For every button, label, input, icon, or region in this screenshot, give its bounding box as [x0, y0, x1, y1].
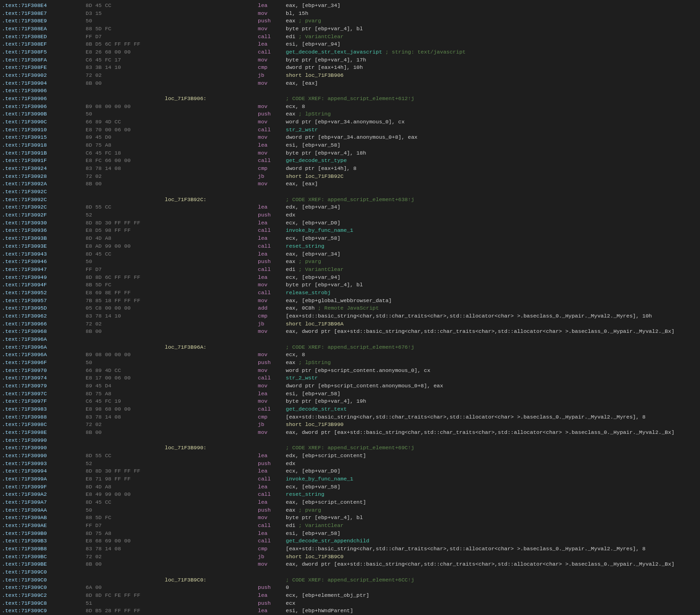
code-line[interactable]: .text:71F3097FC6 45 FC 19movbyte ptr [eb… — [0, 398, 700, 405]
code-line[interactable]: .text:71F3095D05 C8 00 00 00addeax, 0C8h… — [0, 304, 700, 312]
code-line[interactable]: .text:71F3092483 78 14 08cmpdword ptr [e… — [0, 165, 700, 173]
code-line[interactable]: .text:71F309C98D B5 28 FF FF FFleaesi, [… — [0, 607, 700, 615]
code-line[interactable]: .text:71F308F5E8 26 68 00 00callget_deco… — [0, 48, 700, 56]
code-line[interactable]: .text:71F3092872 02jbshort loc_71F3B92C — [0, 173, 700, 181]
operands: get_decode_str_appendchild — [286, 537, 698, 545]
code-line[interactable]: .text:71F30983E8 98 68 00 00callget_deco… — [0, 405, 700, 413]
code-line[interactable]: .text:71F3096Aloc_71F3B96A: ; CODE XREF:… — [0, 344, 700, 351]
label — [165, 235, 258, 243]
code-line[interactable]: .text:71F309C0 — [0, 568, 700, 576]
code-line[interactable]: .text:71F30906 — [0, 87, 700, 95]
code-line[interactable]: .text:71F3096AB9 08 00 00 00movecx, 8 — [0, 351, 700, 359]
code-line[interactable]: .text:71F3094F8B 5D FCmovbyte ptr [ebp+v… — [0, 281, 700, 289]
code-line[interactable]: .text:71F308EA88 5D FCmovbyte ptr [ebp+v… — [0, 25, 700, 33]
code-line[interactable]: .text:71F309C06A 00push0 — [0, 584, 700, 592]
code-line[interactable]: .text:71F3097066 89 4D CCmovword ptr [eb… — [0, 367, 700, 375]
code-line[interactable]: .text:71F30906B9 08 00 00 00movecx, 8 — [0, 103, 700, 111]
operands: edx — [286, 211, 698, 219]
code-line[interactable]: .text:71F3099352pushedx — [0, 460, 700, 468]
label — [165, 405, 258, 413]
code-line[interactable]: .text:71F30990loc_71F3B990: ; CODE XREF:… — [0, 444, 700, 452]
code-line[interactable]: .text:71F308EDFF D7calledi ; VariantClea… — [0, 33, 700, 41]
code-line[interactable]: .text:71F3093EE8 AD 99 00 00callreset_st… — [0, 243, 700, 250]
code-line[interactable]: .text:71F3092F52pushedx — [0, 211, 700, 219]
code-line[interactable]: .text:71F3097989 45 D4movdword ptr [ebp+… — [0, 382, 700, 390]
code-line[interactable]: .text:71F3092A8B 00moveax, [eax] — [0, 180, 700, 188]
address: .text:71F309B3 — [2, 537, 86, 545]
code-line[interactable]: .text:71F309BC72 02jbshort loc_71F3B9C0 — [0, 553, 700, 561]
mnemonic: mov — [258, 328, 286, 336]
code-line[interactable]: .text:71F3098E8B 00moveax, dword ptr [ea… — [0, 429, 700, 437]
operands: get_decode_str_text_javascript ; string:… — [286, 48, 698, 56]
bytes: 72 02 — [86, 320, 165, 328]
code-line[interactable]: .text:71F3096283 78 14 10cmp[eax+std::ba… — [0, 312, 700, 320]
label — [165, 87, 258, 95]
code-line[interactable]: .text:71F3090C66 89 4D CCmovword ptr [eb… — [0, 118, 700, 126]
code-line[interactable]: .text:71F309AB88 5D FCmovbyte ptr [ebp+v… — [0, 514, 700, 522]
code-line[interactable]: .text:71F309048B 00moveax, [eax] — [0, 80, 700, 88]
address: .text:71F309BE — [2, 561, 86, 568]
code-line[interactable]: .text:71F3098C72 02jbshort loc_71F3B990 — [0, 421, 700, 429]
code-line[interactable]: .text:71F3097C8D 75 A8leaesi, [ebp+var_5… — [0, 390, 700, 398]
code-line[interactable]: .text:71F3096A — [0, 336, 700, 344]
code-line[interactable]: .text:71F3091FE8 FC 66 00 00callget_deco… — [0, 157, 700, 165]
code-line[interactable]: .text:71F308E7D3 15movbl, 15h — [0, 10, 700, 18]
code-line[interactable]: .text:71F3096F50pusheax ; lpString — [0, 359, 700, 367]
code-line[interactable]: .text:71F309438D 45 CCleaeax, [ebp+var_3… — [0, 250, 700, 258]
address: .text:71F3093E — [2, 243, 86, 250]
code-line[interactable]: .text:71F3091589 45 D0movdword ptr [ebp+… — [0, 134, 700, 142]
code-line[interactable]: .text:71F309B883 78 14 08cmp[eax+std::ba… — [0, 545, 700, 553]
code-line[interactable]: .text:71F30936E8 D5 98 FF FFcallinvoke_b… — [0, 227, 700, 235]
code-line[interactable]: .text:71F309AEFF D7calledi ; VariantClea… — [0, 522, 700, 530]
code-line[interactable]: .text:71F309BE8B 00moveax, dword ptr [ea… — [0, 561, 700, 568]
code-line[interactable]: .text:71F3099F8D 4D A8leaecx, [ebp+var_5… — [0, 483, 700, 491]
code-line[interactable]: .text:71F3092C8D 55 CCleaedx, [ebp+var_3… — [0, 203, 700, 211]
code-line[interactable]: .text:71F308E950pusheax ; pvarg — [0, 17, 700, 25]
code-line[interactable]: .text:71F309C851pushecx — [0, 600, 700, 608]
code-line[interactable]: .text:71F309188D 75 A8leaesi, [ebp+var_5… — [0, 142, 700, 149]
operands: eax, [ebp+var_34] — [286, 250, 698, 258]
bytes: 72 02 — [86, 173, 165, 181]
address: .text:71F308FA — [2, 56, 86, 64]
mnemonic: call — [258, 289, 286, 297]
code-line[interactable]: .text:71F309688B 00moveax, dword ptr [ea… — [0, 328, 700, 336]
code-line[interactable]: .text:71F309948D 8D 30 FF FF FFleaecx, [… — [0, 467, 700, 475]
code-line[interactable]: .text:71F3098883 78 14 08cmp[eax+std::ba… — [0, 413, 700, 421]
code-line[interactable]: .text:71F30990 — [0, 437, 700, 445]
operands: [eax+std::basic_string<char,std::char_tr… — [286, 413, 698, 421]
code-line[interactable]: .text:71F3091BC6 45 FC 18movbyte ptr [eb… — [0, 149, 700, 157]
code-line[interactable]: .text:71F3093B8D 4D A8leaecx, [ebp+var_5… — [0, 235, 700, 243]
code-line[interactable]: .text:71F30906loc_71F3B906: ; CODE XREF:… — [0, 95, 700, 103]
code-line[interactable]: .text:71F309A2E8 49 99 00 00callreset_st… — [0, 491, 700, 499]
code-line[interactable]: .text:71F3099AE8 71 98 FF FFcallinvoke_b… — [0, 475, 700, 483]
operands: ; CODE XREF: append_script_element+6CC↑j — [286, 576, 698, 584]
code-line[interactable]: .text:71F309908D 55 CCleaedx, [ebp+scrip… — [0, 452, 700, 460]
code-line[interactable]: .text:71F309C0loc_71F3B9C0: ; CODE XREF:… — [0, 576, 700, 584]
code-line[interactable]: .text:71F309A78D 45 CCleaeax, [ebp+scrip… — [0, 499, 700, 507]
code-line[interactable]: .text:71F309AA50pusheax ; pvarg — [0, 507, 700, 514]
code-line[interactable]: .text:71F309577B 85 18 FF FF FFmoveax, [… — [0, 297, 700, 305]
code-line[interactable]: .text:71F3090272 02jbshort loc_71F3B906 — [0, 72, 700, 80]
code-line[interactable]: .text:71F30974E8 17 00 06 00callstr_2_ws… — [0, 374, 700, 382]
address: .text:71F309AE — [2, 522, 86, 530]
operands: eax ; pvarg — [286, 507, 698, 514]
code-line[interactable]: .text:71F3096672 02jbshort loc_71F3B96A — [0, 320, 700, 328]
code-line[interactable]: .text:71F308E48D 45 CCleaeax, [ebp+var_3… — [0, 2, 700, 10]
code-line[interactable]: .text:71F308EF8B D5 6C FF FF FFleaesi, [… — [0, 41, 700, 48]
code-line[interactable]: .text:71F30947FF D7calledi ; VariantClea… — [0, 266, 700, 274]
label — [165, 56, 258, 64]
code-line[interactable]: .text:71F30910E8 70 00 06 00callstr_2_ws… — [0, 126, 700, 134]
mnemonic: add — [258, 304, 286, 312]
code-line[interactable]: .text:71F308FAC6 45 FC 17movbyte ptr [eb… — [0, 56, 700, 64]
code-line[interactable]: .text:71F309498D 8D 6C FF FF FFleaecx, [… — [0, 274, 700, 282]
code-line[interactable]: .text:71F3092C — [0, 188, 700, 196]
code-line[interactable]: .text:71F309C28D 8D FC FE FF FFleaecx, [… — [0, 592, 700, 600]
code-line[interactable]: .text:71F308FE83 3B 14 10cmpdword ptr [e… — [0, 64, 700, 72]
code-line[interactable]: .text:71F30952E8 69 8E FF FFcallrelease_… — [0, 289, 700, 297]
code-line[interactable]: .text:71F3090B50pusheax ; lpString — [0, 110, 700, 118]
code-line[interactable]: .text:71F309308D 8D 30 FF FF FFleaecx, [… — [0, 219, 700, 227]
code-line[interactable]: .text:71F3094650pusheax ; pvarg — [0, 258, 700, 266]
code-line[interactable]: .text:71F3092Cloc_71F3B92C: ; CODE XREF:… — [0, 196, 700, 204]
code-line[interactable]: .text:71F309B3E8 68 69 00 00callget_deco… — [0, 537, 700, 545]
code-line[interactable]: .text:71F309B08D 75 A8leaesi, [ebp+var_5… — [0, 530, 700, 538]
